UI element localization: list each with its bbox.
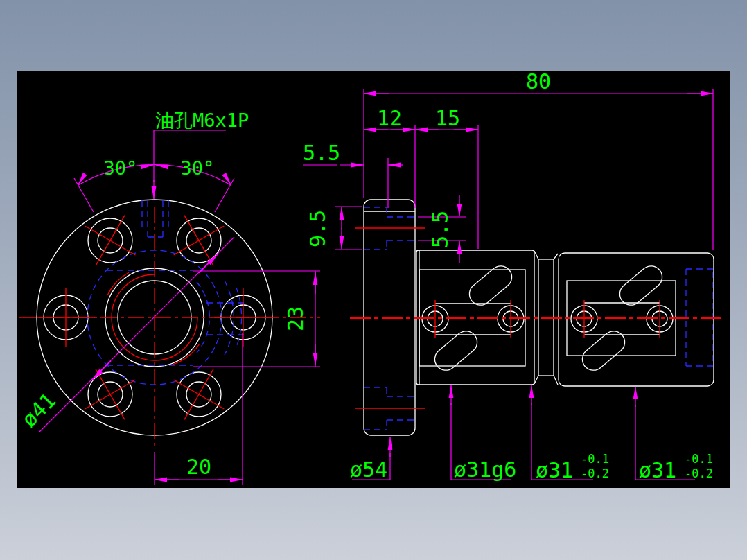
counterbore-dia-label: 9.5: [306, 210, 330, 247]
counterbore-depth-label: 5.5: [303, 141, 340, 165]
angle-left-label: 30°: [104, 157, 138, 179]
oil-hole-label: 油孔M6x1P: [155, 110, 249, 131]
flat-width-label: 23: [283, 306, 308, 331]
end-tol-upper: -0.1: [685, 452, 713, 466]
bolt-circle-dia-label: ø41: [17, 388, 60, 432]
end-tol-lower: -0.2: [685, 466, 713, 480]
front-view-centerlines: [19, 201, 320, 450]
end-dia-callout: ø31 -0.1 -0.2: [639, 452, 713, 482]
end-dia-value: ø31: [639, 458, 676, 482]
mid-tol-upper: -0.1: [581, 452, 609, 466]
cad-drawing: 油孔M6x1P 30° 30° ø41 20 23 80 12 15 5.5 9…: [0, 0, 747, 560]
mid-dia-callout: ø31 -0.1 -0.2: [536, 452, 609, 482]
center-offset-label: 20: [186, 455, 211, 479]
body-dia-label: ø31g6: [454, 457, 516, 482]
dimensions: [39, 89, 713, 485]
angle-right-label: 30°: [181, 157, 215, 179]
overall-length-label: 80: [526, 69, 551, 94]
flange-dia-label: ø54: [350, 457, 387, 482]
mid-dia-value: ø31: [536, 458, 573, 482]
neck-length-label: 15: [435, 106, 460, 130]
flange-thickness-label: 12: [377, 106, 402, 130]
bolt-hole-dia-label: 5.5: [428, 211, 452, 248]
mid-tol-lower: -0.2: [581, 466, 609, 480]
